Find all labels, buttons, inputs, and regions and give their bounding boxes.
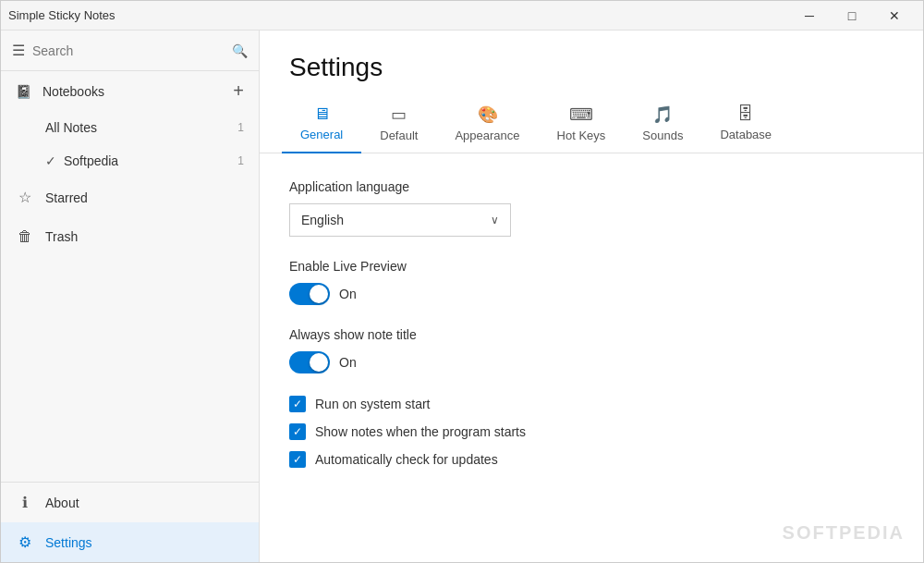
app-window: Simple Sticky Notes ─ □ ✕ ☰ 🔍 📓 Notebook… xyxy=(0,0,924,563)
starred-label: Starred xyxy=(45,190,244,205)
all-notes-badge: 1 xyxy=(237,121,244,134)
tab-appearance[interactable]: 🎨 Appearance xyxy=(436,97,538,153)
language-label: Application language xyxy=(289,179,894,194)
settings-tabs: 🖥 General ▭ Default 🎨 Appearance ⌨ Hot K… xyxy=(260,97,923,153)
general-tab-icon: 🖥 xyxy=(313,104,330,124)
hotkeys-tab-label: Hot Keys xyxy=(557,129,606,142)
trash-icon: 🗑 xyxy=(16,228,34,245)
notebooks-label: Notebooks xyxy=(43,84,222,99)
softpedia-item[interactable]: ✓ Softpedia 1 xyxy=(1,144,259,177)
search-bar[interactable]: ☰ 🔍 xyxy=(1,31,259,71)
about-item[interactable]: ℹ About xyxy=(1,483,259,522)
titlebar-controls: ─ □ ✕ xyxy=(788,1,916,31)
settings-content: Application language English ∨ Enable Li… xyxy=(260,153,923,562)
tab-hotkeys[interactable]: ⌨ Hot Keys xyxy=(539,97,625,153)
titlebar: Simple Sticky Notes ─ □ ✕ xyxy=(1,1,923,31)
search-input[interactable] xyxy=(32,43,225,58)
sounds-tab-icon: 🎵 xyxy=(652,104,673,125)
chevron-down-icon: ∨ xyxy=(491,214,499,226)
search-icon: 🔍 xyxy=(232,43,248,58)
general-tab-label: General xyxy=(300,128,343,141)
live-preview-label: Enable Live Preview xyxy=(289,259,894,274)
app-title: Simple Sticky Notes xyxy=(8,8,116,22)
language-value: English xyxy=(301,213,344,227)
auto-update-label: Automatically check for updates xyxy=(315,452,498,467)
note-title-value: On xyxy=(339,355,357,370)
add-notebook-icon[interactable]: + xyxy=(233,80,244,102)
note-title-toggle[interactable] xyxy=(289,351,330,373)
trash-item[interactable]: 🗑 Trash xyxy=(1,217,259,256)
settings-icon: ⚙ xyxy=(16,533,34,551)
appearance-tab-icon: 🎨 xyxy=(478,104,498,125)
main-panel: Settings 🖥 General ▭ Default 🎨 Appearanc… xyxy=(260,31,923,562)
show-notes-checkbox[interactable]: ✓ xyxy=(289,423,306,440)
note-title-label: Always show note title xyxy=(289,327,894,342)
note-title-section: Always show note title On xyxy=(289,327,894,373)
minimize-button[interactable]: ─ xyxy=(788,1,831,31)
maximize-button[interactable]: □ xyxy=(831,1,873,31)
trash-label: Trash xyxy=(45,229,244,244)
main-header: Settings xyxy=(260,31,923,97)
appearance-tab-label: Appearance xyxy=(455,129,519,142)
run-on-start-label: Run on system start xyxy=(315,397,431,411)
softpedia-label: Softpedia xyxy=(64,153,118,168)
check-icon: ✓ xyxy=(293,398,302,410)
live-preview-section: Enable Live Preview On xyxy=(289,259,894,305)
show-notes-label: Show notes when the program starts xyxy=(315,424,526,439)
database-tab-icon: 🗄 xyxy=(737,104,754,124)
tab-default[interactable]: ▭ Default xyxy=(361,97,436,153)
notebooks-header[interactable]: 📓 Notebooks + xyxy=(1,71,259,111)
checkmark-icon: ✓ xyxy=(45,153,56,168)
titlebar-left: Simple Sticky Notes xyxy=(8,8,116,22)
tab-sounds[interactable]: 🎵 Sounds xyxy=(624,97,701,153)
live-preview-value: On xyxy=(339,287,357,301)
notebooks-icon: 📓 xyxy=(16,84,31,99)
softpedia-badge: 1 xyxy=(237,154,244,167)
all-notes-label: All Notes xyxy=(45,120,97,135)
tab-general[interactable]: 🖥 General xyxy=(282,97,361,153)
note-title-row: On xyxy=(289,351,894,373)
language-select[interactable]: English ∨ xyxy=(289,203,511,237)
live-preview-row: On xyxy=(289,283,894,305)
notebooks-section: 📓 Notebooks + All Notes 1 ✓ Softpedia 1 xyxy=(1,71,259,177)
check-icon-2: ✓ xyxy=(293,425,302,438)
close-button[interactable]: ✕ xyxy=(873,1,916,31)
settings-item[interactable]: ⚙ Settings xyxy=(1,522,259,562)
all-notes-item[interactable]: All Notes 1 xyxy=(1,111,259,144)
database-tab-label: Database xyxy=(720,128,772,141)
starred-item[interactable]: ☆ Starred xyxy=(1,177,259,217)
default-tab-label: Default xyxy=(380,129,418,142)
default-tab-icon: ▭ xyxy=(391,104,407,125)
settings-label: Settings xyxy=(45,535,244,550)
live-preview-toggle[interactable] xyxy=(289,283,330,305)
main-content: ☰ 🔍 📓 Notebooks + All Notes 1 ✓ Softpedi… xyxy=(1,31,923,562)
sidebar-bottom: ℹ About ⚙ Settings xyxy=(1,482,259,562)
page-title: Settings xyxy=(289,53,894,82)
run-on-start-row: ✓ Run on system start xyxy=(289,396,894,412)
about-label: About xyxy=(45,496,244,510)
star-icon: ☆ xyxy=(16,189,34,206)
sidebar: ☰ 🔍 📓 Notebooks + All Notes 1 ✓ Softpedi… xyxy=(1,31,260,562)
language-section: Application language English ∨ xyxy=(289,179,894,237)
checkboxes-section: ✓ Run on system start ✓ Show notes when … xyxy=(289,396,894,468)
sounds-tab-label: Sounds xyxy=(642,129,683,142)
tab-database[interactable]: 🗄 Database xyxy=(701,97,790,153)
hamburger-icon: ☰ xyxy=(12,42,25,59)
run-on-start-checkbox[interactable]: ✓ xyxy=(289,396,306,412)
show-notes-row: ✓ Show notes when the program starts xyxy=(289,423,894,440)
check-icon-3: ✓ xyxy=(293,453,302,466)
hotkeys-tab-icon: ⌨ xyxy=(569,104,593,125)
auto-update-checkbox[interactable]: ✓ xyxy=(289,451,306,468)
auto-update-row: ✓ Automatically check for updates xyxy=(289,451,894,468)
info-icon: ℹ xyxy=(16,494,34,511)
